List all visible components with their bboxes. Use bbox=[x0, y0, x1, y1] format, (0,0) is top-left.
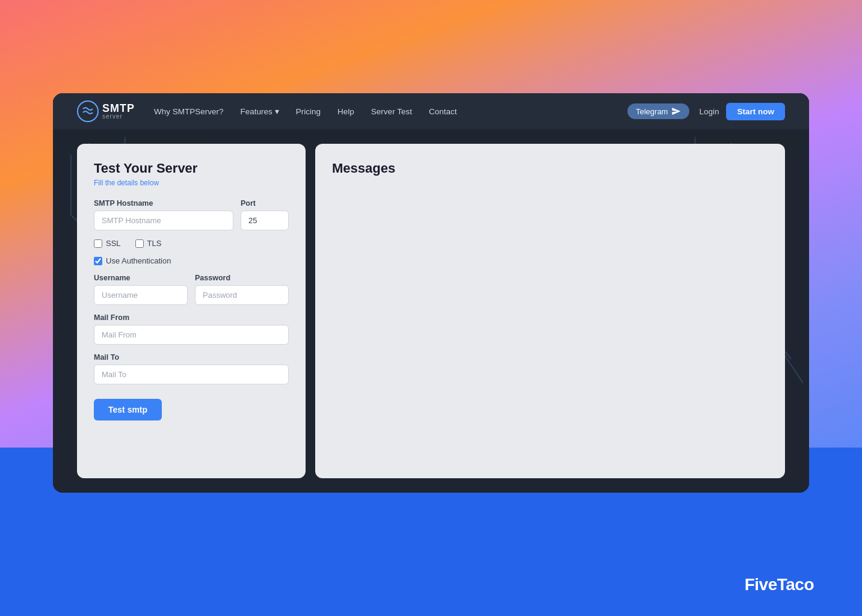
test-smtp-button[interactable]: Test smtp bbox=[94, 399, 162, 420]
start-now-button[interactable]: Start now bbox=[726, 103, 785, 120]
ssl-label: SSL bbox=[106, 239, 121, 248]
logo-text: SMTP server bbox=[102, 103, 135, 120]
ssl-checkbox[interactable] bbox=[94, 239, 102, 248]
form-card: Test Your Server Fill the details below … bbox=[77, 144, 306, 478]
nav-links: Why SMTPServer? Features ▾ Pricing Help … bbox=[154, 106, 627, 116]
username-password-group: Username Password bbox=[94, 274, 289, 305]
password-input[interactable] bbox=[195, 285, 289, 305]
fivetaco-label: FiveTaco bbox=[745, 575, 814, 594]
telegram-button[interactable]: Telegram bbox=[627, 103, 689, 119]
form-subtitle: Fill the details below bbox=[94, 179, 289, 187]
mail-to-label: Mail To bbox=[94, 353, 289, 362]
port-label: Port bbox=[241, 199, 289, 208]
nav-features[interactable]: Features ▾ bbox=[241, 106, 279, 116]
mail-from-field-wrapper: Mail From bbox=[94, 313, 289, 345]
username-label: Username bbox=[94, 274, 188, 282]
hostname-port-group: SMTP Hostname Port bbox=[94, 199, 289, 230]
username-field-wrapper: Username bbox=[94, 274, 188, 305]
nav-help[interactable]: Help bbox=[337, 107, 354, 116]
logo: SMTP server bbox=[77, 100, 135, 122]
form-title: Test Your Server bbox=[94, 161, 289, 176]
messages-card: Messages bbox=[315, 144, 785, 478]
logo-icon bbox=[77, 100, 99, 122]
use-auth-row: Use Authentication bbox=[94, 256, 289, 265]
password-label: Password bbox=[195, 274, 289, 282]
telegram-label: Telegram bbox=[636, 107, 668, 116]
messages-title: Messages bbox=[332, 161, 768, 176]
navbar: SMTP server Why SMTPServer? Features ▾ P… bbox=[53, 93, 809, 129]
smtp-hostname-field-wrapper: SMTP Hostname bbox=[94, 199, 233, 230]
smtp-hostname-input[interactable] bbox=[94, 211, 233, 230]
svg-point-12 bbox=[78, 101, 98, 122]
mail-from-label: Mail From bbox=[94, 313, 289, 322]
logo-server: server bbox=[102, 114, 135, 120]
mail-to-field-wrapper: Mail To bbox=[94, 353, 289, 384]
port-input[interactable] bbox=[241, 211, 289, 230]
fivetaco-branding: FiveTaco bbox=[745, 575, 814, 594]
use-auth-label: Use Authentication bbox=[106, 256, 171, 265]
password-field-wrapper: Password bbox=[195, 274, 289, 305]
smtp-hostname-label: SMTP Hostname bbox=[94, 199, 233, 208]
content-area: Test Your Server Fill the details below … bbox=[53, 129, 809, 493]
nav-contact[interactable]: Contact bbox=[429, 107, 457, 116]
use-auth-checkbox[interactable] bbox=[94, 257, 102, 265]
nav-pricing[interactable]: Pricing bbox=[296, 107, 321, 116]
tls-checkbox-label[interactable]: TLS bbox=[135, 239, 162, 248]
tls-checkbox[interactable] bbox=[135, 239, 144, 248]
username-input[interactable] bbox=[94, 285, 188, 305]
ssl-checkbox-label[interactable]: SSL bbox=[94, 239, 121, 248]
mail-to-input[interactable] bbox=[94, 365, 289, 384]
nav-server-test[interactable]: Server Test bbox=[371, 107, 412, 116]
telegram-icon bbox=[671, 106, 681, 116]
main-container: SMTP server Why SMTPServer? Features ▾ P… bbox=[53, 93, 809, 493]
port-field-wrapper: Port bbox=[241, 199, 289, 230]
tls-label: TLS bbox=[147, 239, 162, 248]
nav-why-smtp[interactable]: Why SMTPServer? bbox=[154, 107, 224, 116]
login-button[interactable]: Login bbox=[699, 107, 719, 116]
ssl-tls-row: SSL TLS bbox=[94, 239, 289, 248]
mail-from-input[interactable] bbox=[94, 325, 289, 345]
logo-smtp: SMTP bbox=[102, 103, 135, 114]
chevron-down-icon: ▾ bbox=[275, 106, 279, 116]
